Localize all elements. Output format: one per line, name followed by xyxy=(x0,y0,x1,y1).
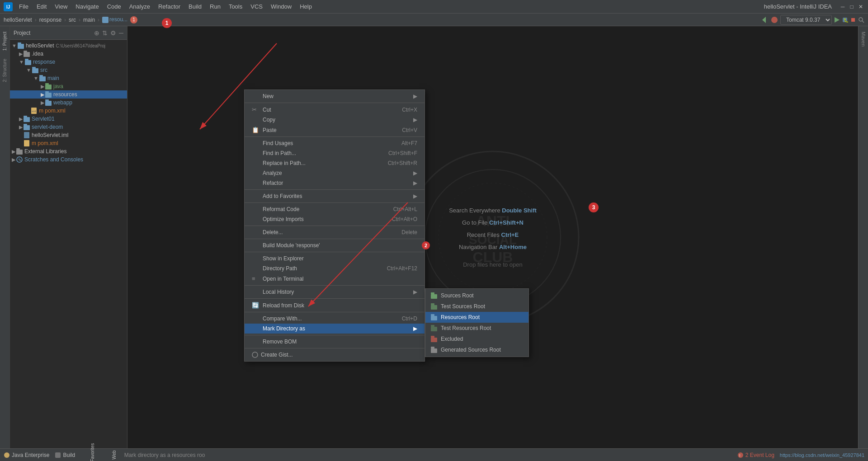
menu-edit[interactable]: Edit xyxy=(33,2,50,11)
ctx-cut[interactable]: ✂ Cut Ctrl+X xyxy=(245,104,425,115)
build-icon xyxy=(55,452,61,458)
breadcrumb-response[interactable]: response xyxy=(39,17,61,23)
svg-rect-30 xyxy=(24,116,27,117)
pom-xml-icon: xml xyxy=(31,108,37,114)
ctx-find-usages[interactable]: Find Usages Alt+F7 xyxy=(245,138,425,148)
submenu-sources-root[interactable]: Sources Root xyxy=(425,290,528,301)
submenu-resources-root[interactable]: Resources Root xyxy=(425,312,528,323)
svg-text:xml: xml xyxy=(32,110,36,113)
ctx-paste[interactable]: 📋 Paste Ctrl+V xyxy=(245,125,425,135)
ctx-replace-in-path[interactable]: Replace in Path... Ctrl+Shift+R xyxy=(245,158,425,168)
ctx-show-explorer[interactable]: Show in Explorer xyxy=(245,254,425,263)
annotation-3: 3 xyxy=(589,202,599,212)
ext-lib-icon xyxy=(16,148,23,155)
tomcat-selector[interactable]: Tomcat 9.0.37 xyxy=(780,15,832,25)
ctx-refactor[interactable]: Refactor ▶ xyxy=(245,178,425,188)
svg-rect-24 xyxy=(45,91,49,93)
breadcrumb-resources[interactable]: resou... xyxy=(102,16,127,23)
svg-rect-17 xyxy=(32,68,38,73)
tree-external-libs[interactable]: ▶ External Libraries xyxy=(10,147,127,155)
sidebar-header: Project ⊕ ⇅ ⚙ ─ xyxy=(10,26,127,40)
tree-scratches[interactable]: ▶ ✎ Scratches and Consoles xyxy=(10,155,127,164)
ctx-reload-disk[interactable]: 🔄 Reload from Disk xyxy=(245,300,425,310)
tree-pom-root[interactable]: ▶ m pom.xml xyxy=(10,139,127,147)
menu-analyze[interactable]: Analyze xyxy=(126,2,154,11)
submenu-test-sources-root[interactable]: Test Sources Root xyxy=(425,301,528,312)
tree-helloservlet-iml[interactable]: ▶ helloServlet.iml xyxy=(10,131,127,139)
tree-pom-response[interactable]: ▶ xml m pom.xml xyxy=(10,107,127,115)
svg-rect-16 xyxy=(25,59,28,60)
ctx-create-gist[interactable]: Create Gist... xyxy=(245,350,425,360)
sidebar-close-icon[interactable]: ─ xyxy=(119,29,123,37)
menu-build[interactable]: Build xyxy=(185,2,205,11)
menu-view[interactable]: View xyxy=(51,2,71,11)
ctx-delete[interactable]: Delete... Delete xyxy=(245,227,425,237)
tree-java[interactable]: ▶ java xyxy=(10,82,127,90)
tree-webapp[interactable]: ▶ webapp xyxy=(10,99,127,107)
favorites-tab[interactable]: 2: Favorites xyxy=(80,452,104,457)
maven-tab[interactable]: Maven xyxy=(859,28,868,50)
java-enterprise-tab[interactable]: Java Enterprise xyxy=(4,452,49,458)
maximize-button[interactable]: □ xyxy=(848,3,855,10)
breadcrumb-main[interactable]: main xyxy=(83,17,95,23)
tree-helloservlet[interactable]: ▼ helloServlet C:\Users\86147\IdeaProj xyxy=(10,42,127,50)
ctx-remove-bom[interactable]: Remove BOM xyxy=(245,337,425,347)
tree-response[interactable]: ▼ response xyxy=(10,58,127,66)
ctx-open-terminal[interactable]: ≡ Open in Terminal xyxy=(245,273,425,284)
back-navigation-icon[interactable] xyxy=(760,16,769,24)
submenu-generated-sources-root[interactable]: Generated Sources Root xyxy=(425,344,528,355)
minimize-button[interactable]: ─ xyxy=(839,3,846,10)
menu-run[interactable]: Run xyxy=(206,2,224,11)
build-tab[interactable]: Build xyxy=(55,452,75,458)
tree-idea[interactable]: ▶ .idea xyxy=(10,50,127,58)
breadcrumb-src[interactable]: src xyxy=(69,17,76,23)
ctx-find-in-path[interactable]: Find in Path... Ctrl+Shift+F xyxy=(245,148,425,158)
debug-button-icon[interactable]: 🐛 xyxy=(842,17,848,23)
event-log-icon: ! xyxy=(737,452,744,458)
tree-servlet-deom[interactable]: ▶ servlet-deom xyxy=(10,123,127,131)
svg-rect-8 xyxy=(851,18,855,22)
sidebar-scope-icon[interactable]: ⊕ xyxy=(94,29,99,37)
breadcrumb-helloservlet[interactable]: helloServlet xyxy=(4,17,32,23)
menu-file[interactable]: File xyxy=(15,2,32,11)
event-log-button[interactable]: ! 2 Event Log xyxy=(737,452,774,458)
ctx-local-history[interactable]: Local History ▶ xyxy=(245,287,425,297)
menu-bar: File Edit View Navigate Code Analyze Ref… xyxy=(15,2,757,11)
ctx-directory-path[interactable]: Directory Path Ctrl+Alt+F12 xyxy=(245,263,425,273)
ctx-analyze[interactable]: Analyze ▶ xyxy=(245,168,425,178)
run-button-icon[interactable] xyxy=(834,17,840,23)
menu-help[interactable]: Help xyxy=(296,2,316,11)
ctx-compare-with[interactable]: Compare With... Ctrl+D xyxy=(245,314,425,324)
submenu-excluded[interactable]: Excluded xyxy=(425,334,528,344)
menu-navigate[interactable]: Navigate xyxy=(72,2,102,11)
search-everywhere-icon[interactable] xyxy=(858,17,864,23)
menu-refactor[interactable]: Refactor xyxy=(155,2,184,11)
breadcrumb-item[interactable]: helloServlet › response › src › main › r… xyxy=(4,16,137,24)
tree-servlet01[interactable]: ▶ Servlet01 xyxy=(10,115,127,123)
main-layout: 1: Project 2: Structure Project ⊕ ⇅ ⚙ ─ … xyxy=(0,26,868,448)
web-tab[interactable]: Web xyxy=(109,452,118,457)
structure-tab[interactable]: 2: Structure xyxy=(1,55,9,86)
tree-resources[interactable]: ▶ resources xyxy=(10,90,127,99)
ctx-new[interactable]: New ▶ xyxy=(245,91,425,101)
ctx-mark-directory[interactable]: Mark Directory as ▶ xyxy=(245,324,425,334)
sidebar-collapse-icon[interactable]: ⇅ xyxy=(102,29,108,37)
sidebar-settings-icon[interactable]: ⚙ xyxy=(110,29,116,37)
project-tab[interactable]: 1: Project xyxy=(1,28,9,54)
menu-tools[interactable]: Tools xyxy=(225,2,246,11)
submenu-test-resources-root[interactable]: Test Resources Root xyxy=(425,323,528,334)
ctx-build-module[interactable]: Build Module 'response' 2 xyxy=(245,240,425,250)
sources-root-icon xyxy=(431,292,438,299)
menu-code[interactable]: Code xyxy=(104,2,125,11)
ctx-add-favorites[interactable]: Add to Favorites ▶ xyxy=(245,191,425,201)
stop-button-icon[interactable] xyxy=(850,17,856,23)
close-button[interactable]: ✕ xyxy=(857,3,864,10)
menu-window[interactable]: Window xyxy=(267,2,295,11)
tree-main[interactable]: ▼ main xyxy=(10,74,127,82)
ctx-reformat[interactable]: Reformat Code Ctrl+Alt+L xyxy=(245,204,425,214)
menu-vcs[interactable]: VCS xyxy=(247,2,266,11)
ctx-optimize-imports[interactable]: Optimize Imports Ctrl+Alt+O xyxy=(245,214,425,224)
tree-src[interactable]: ▼ src xyxy=(10,66,127,74)
csdn-url[interactable]: https://blog.csdn.net/weixin_45927841 xyxy=(780,452,864,458)
ctx-copy[interactable]: Copy ▶ xyxy=(245,115,425,125)
